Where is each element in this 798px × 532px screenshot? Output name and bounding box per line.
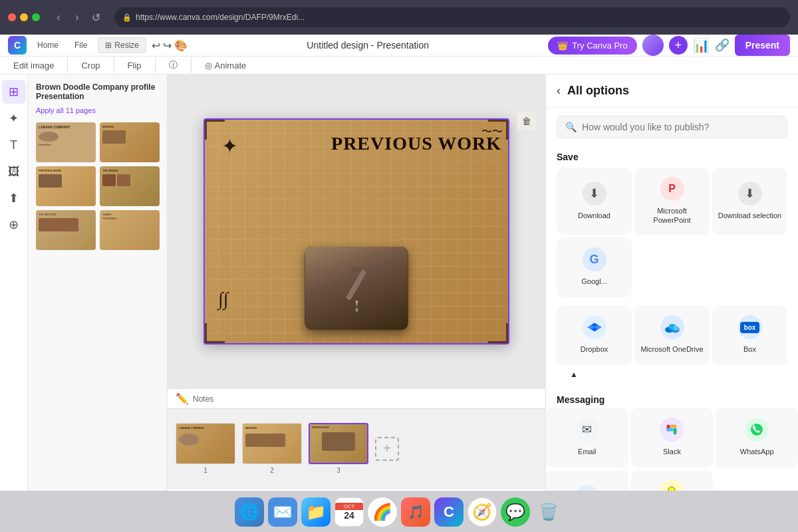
browser-nav: ‹ › ↺ [51, 9, 104, 25]
canva-logo[interactable]: C [8, 36, 27, 55]
back-arrow-button[interactable]: ‹ [557, 84, 561, 98]
fullscreen-button[interactable] [32, 13, 40, 21]
dock-finder[interactable]: 🌐 [235, 497, 264, 527]
template-thumb-1[interactable]: LARANA COMPANY Dina Mizer [36, 122, 96, 162]
sidebar-item-uploads[interactable]: ⬆ [2, 186, 26, 210]
pen-svg [330, 262, 383, 315]
edit-image-button[interactable]: Edit image [8, 58, 59, 73]
share-icon[interactable]: 🔗 [715, 38, 730, 53]
option-slack[interactable]: Slack [631, 408, 714, 467]
sidebar-item-photos[interactable]: 🖼 [2, 160, 26, 184]
email-label: Email [578, 447, 597, 456]
info-button[interactable]: ⓘ [164, 57, 183, 74]
option-powerpoint[interactable]: P Microsoft PowerPoint [634, 168, 710, 235]
url-text: https://www.canva.com/design/DAFP/9MrxEd… [136, 13, 305, 22]
analytics-icon[interactable]: 📊 [693, 37, 710, 53]
apply-all-button[interactable]: Apply all 11 pages [36, 106, 159, 114]
delete-button[interactable]: 🗑 [517, 112, 536, 130]
slide-photo [305, 247, 408, 330]
notes-bar: ✏️ Notes [168, 388, 545, 408]
sidebar-item-apps[interactable]: ⊕ [2, 213, 26, 237]
squiggle-decoration: ∫∫ [218, 289, 228, 310]
option-download-selection[interactable]: ⬇ Download selection [712, 168, 787, 235]
minimize-button[interactable] [20, 13, 28, 21]
slide-canvas: 🗑 ✦ PREVIOUS WORK 〜〜 [168, 74, 545, 388]
try-pro-button[interactable]: 👑 Try Canva Pro [548, 37, 636, 55]
add-slide-button[interactable]: + [375, 437, 399, 461]
filmstrip-slide-3[interactable]: PREVIOUS WORK [309, 423, 368, 464]
calendar-day: 24 [344, 510, 354, 521]
download-selection-label: Download selection [718, 211, 781, 220]
dock-music[interactable]: 🎵 [401, 497, 430, 527]
option-messenger[interactable] [546, 470, 628, 491]
redo-button[interactable]: ↪ [163, 39, 172, 52]
filmstrip-slide-2[interactable]: MISSION [242, 423, 302, 464]
notes-label[interactable]: Notes [193, 394, 213, 404]
download-label: Download [578, 211, 610, 220]
dock-photos[interactable]: 🌈 [368, 497, 397, 527]
option-onedrive[interactable]: Microsoft OneDrive [634, 305, 710, 365]
dock-trash[interactable]: 🗑️ [534, 497, 563, 527]
powerpoint-icon: P [660, 177, 684, 201]
address-bar[interactable]: 🔒 https://www.canva.com/design/DAFP/9Mrx… [114, 7, 790, 27]
flip-button[interactable]: Flip [122, 58, 147, 73]
dock-canva[interactable]: C [434, 497, 464, 527]
back-button[interactable]: ‹ [51, 9, 66, 25]
dock-messages[interactable]: 💬 [501, 497, 530, 527]
add-people-button[interactable]: + [669, 36, 688, 55]
option-whatsapp[interactable]: WhatsApp [716, 408, 798, 467]
search-box[interactable]: 🔍 [557, 116, 787, 138]
toolbar-divider-2 [114, 57, 114, 73]
template-thumb-2[interactable]: MISSION [100, 122, 160, 162]
whatsapp-icon [745, 418, 769, 442]
crown-icon: 👑 [557, 41, 568, 51]
animate-button[interactable]: ◎ Animate [200, 58, 252, 73]
dock-mail[interactable]: ✉️ [268, 497, 297, 527]
template-thumb-6[interactable]: SHARE TESTIMONIALS [100, 210, 160, 250]
email-icon: ✉ [575, 418, 599, 442]
color-wheel-icon[interactable]: 🎨 [174, 39, 188, 52]
option-snapchat[interactable]: Snapchat [631, 470, 714, 491]
refresh-button[interactable]: ↺ [88, 9, 104, 25]
forward-button[interactable]: › [69, 9, 85, 25]
crop-button[interactable]: Crop [76, 58, 105, 73]
option-dropbox[interactable]: Dropbox [557, 305, 632, 365]
file-button[interactable]: File [69, 38, 92, 53]
traffic-lights [8, 13, 40, 21]
option-email[interactable]: ✉ Email [546, 408, 628, 467]
corner-decoration-bl [205, 323, 225, 343]
messenger-icon [575, 485, 599, 491]
publish-search-input[interactable] [582, 122, 779, 132]
sidebar-item-text[interactable]: T [2, 133, 26, 157]
svg-rect-2 [352, 267, 361, 273]
editor-toolbar: Edit image Crop Flip ⓘ ◎ Animate [0, 57, 798, 74]
template-grid: LARANA COMPANY Dina Mizer MISSION [36, 122, 159, 250]
present-button[interactable]: Present [735, 35, 790, 56]
option-google[interactable]: G Googl... [557, 237, 632, 297]
filmstrip-slide-1[interactable]: LARANA COMPANY [176, 423, 235, 464]
option-box[interactable]: box Box [712, 305, 787, 365]
user-avatar[interactable] [642, 35, 664, 56]
download-selection-icon: ⬇ [738, 182, 762, 205]
dock-files[interactable]: 📁 [301, 497, 331, 527]
undo-button[interactable]: ↩ [152, 39, 160, 52]
dock-calendar[interactable]: OCT 24 [334, 497, 364, 527]
home-button[interactable]: Home [32, 38, 64, 53]
panel-scroll: Save ⬇ Download P Microsoft PowerPoint [546, 146, 798, 491]
template-thumb-4[interactable]: THE BRAND [100, 166, 160, 206]
notes-icon: ✏️ [176, 392, 189, 405]
canvas-area: 🗑 ✦ PREVIOUS WORK 〜〜 [168, 74, 545, 491]
template-thumb-5[interactable]: THE METHOD [36, 210, 96, 250]
template-thumb-3[interactable]: PREVIOUS WORK [36, 166, 96, 206]
powerpoint-label: Microsoft PowerPoint [640, 206, 704, 225]
close-button[interactable] [8, 13, 16, 21]
sidebar-item-elements[interactable]: ✦ [2, 106, 26, 130]
slide-container[interactable]: ✦ PREVIOUS WORK 〜〜 [203, 118, 509, 344]
dock-safari[interactable]: 🧭 [467, 497, 497, 527]
sidebar-item-templates[interactable]: ⊞ [2, 80, 26, 104]
toolbar-divider-1 [67, 57, 68, 73]
resize-button[interactable]: ⊞ Resize [98, 37, 146, 53]
search-icon: 🔍 [565, 122, 577, 132]
option-download[interactable]: ⬇ Download [557, 168, 632, 235]
animate-icon: ◎ [205, 61, 212, 70]
